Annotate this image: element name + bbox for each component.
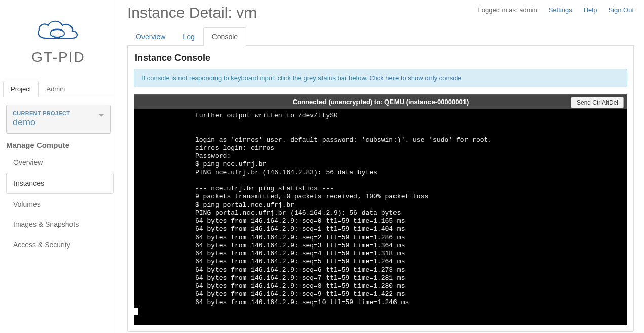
vnc-status-bar[interactable]: Connected (unencrypted) to: QEMU (instan… [134, 95, 627, 109]
project-selector-label: CURRENT PROJECT [13, 110, 104, 116]
topbar: Instance Detail: vm Logged in as: admin … [117, 0, 644, 21]
page-title: Instance Detail: vm [127, 4, 257, 21]
console-output[interactable]: further output written to /dev/ttyS0 log… [134, 109, 627, 325]
sidebar-item-instances[interactable]: Instances [6, 173, 114, 194]
sidebar-section-title: Manage Compute [6, 141, 111, 149]
user-links: Logged in as: admin Settings Help Sign O… [478, 4, 634, 14]
detail-tabs: Overview Log Console [127, 27, 634, 46]
help-link[interactable]: Help [584, 6, 597, 14]
sidebar-tab-admin[interactable]: Admin [39, 81, 73, 97]
sidebar: GT-PID Project Admin CURRENT PROJECT dem… [0, 0, 117, 333]
page-title-name: vm [236, 4, 257, 21]
show-only-console-link[interactable]: Click here to show only console [369, 74, 461, 82]
cloud-logo-icon [33, 15, 84, 46]
vnc-status-text: Connected (unencrypted) to: QEMU (instan… [293, 98, 469, 106]
brand-logo: GT-PID [0, 5, 117, 81]
send-ctrlaltdel-button[interactable]: Send CtrlAltDel [571, 97, 624, 108]
logged-in-as: Logged in as: admin [478, 6, 538, 14]
page-title-prefix: Instance Detail: [127, 4, 236, 21]
chevron-down-icon [99, 114, 104, 117]
tab-console[interactable]: Console [203, 27, 246, 46]
sign-out-link[interactable]: Sign Out [608, 6, 634, 14]
svg-point-0 [50, 30, 64, 37]
project-selector-value: demo [13, 117, 104, 128]
sidebar-item-overview[interactable]: Overview [6, 152, 114, 173]
sidebar-tab-project[interactable]: Project [3, 81, 39, 97]
tab-log[interactable]: Log [174, 27, 203, 46]
tab-overview[interactable]: Overview [127, 27, 174, 46]
settings-link[interactable]: Settings [549, 6, 573, 14]
console-info-box: If console is not responding to keyboard… [134, 69, 627, 87]
vnc-frame: Connected (unencrypted) to: QEMU (instan… [134, 94, 627, 325]
project-selector[interactable]: CURRENT PROJECT demo [6, 105, 111, 134]
console-panel: Instance Console If console is not respo… [127, 46, 634, 332]
main-content: Instance Detail: vm Logged in as: admin … [117, 0, 644, 333]
sidebar-item-access-security[interactable]: Access & Security [6, 235, 114, 255]
panel-title: Instance Console [135, 53, 627, 63]
sidebar-nav: Overview Instances Volumes Images & Snap… [6, 152, 114, 255]
brand-text: GT-PID [5, 49, 112, 65]
sidebar-top-tabs: Project Admin [3, 81, 114, 97]
sidebar-item-images-snapshots[interactable]: Images & Snapshots [6, 214, 114, 235]
sidebar-item-volumes[interactable]: Volumes [6, 194, 114, 214]
cursor-icon [134, 308, 138, 315]
info-text: If console is not responding to keyboard… [141, 74, 369, 82]
